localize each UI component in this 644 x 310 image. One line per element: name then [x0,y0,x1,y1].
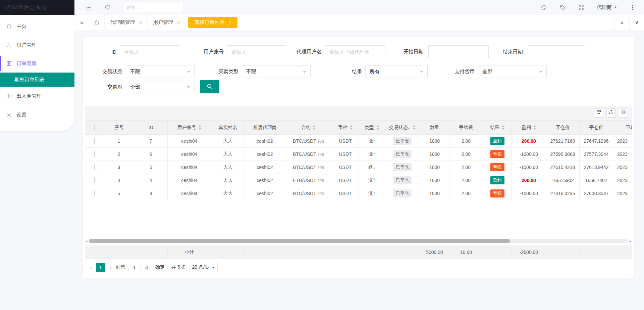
account-input[interactable] [227,45,286,58]
sort-icon[interactable] [533,125,536,130]
row-checkbox[interactable] [94,190,95,196]
agent-input[interactable] [325,45,385,58]
summary-empty-cell [385,246,420,259]
cell-agent: ceshi02 [245,161,285,174]
sidebar-item-user-management[interactable]: 用户管理 [0,36,74,54]
col-header-account[interactable]: 用户账号 [168,121,211,135]
filter-id: ID [83,45,180,58]
cell-checkbox[interactable] [85,135,104,148]
sort-icon[interactable] [502,125,504,130]
col-header-profit[interactable]: 盈利 [512,121,546,135]
page-number-button[interactable]: 1 [96,263,105,272]
close-icon[interactable]: × [139,20,142,25]
search-button[interactable] [200,80,219,93]
summary-row: 小计5000.0010.00-2600.00 [85,246,632,259]
sort-icon[interactable] [199,125,201,130]
col-header-status[interactable]: 交易状态.. [385,121,420,135]
tab-home-icon[interactable] [89,15,105,30]
orders-table: 序号ID用户账号真实姓名所属代理商合约币种类型交易状态..数量手续费结果盈利开仓… [85,120,632,200]
tab-agent-management[interactable]: 代理商管理 × [105,15,148,30]
filter-trade-status: 交易状态 不限 [83,65,195,78]
page-size-select[interactable]: 20 条/页 [189,263,218,272]
row-checkbox[interactable] [94,138,95,144]
col-header-coin[interactable]: 币种 [332,121,359,135]
close-icon[interactable]: × [177,20,180,25]
table-row: 17ceshi04大大ceshi02BTC/USDT-90SUSDT涨↑已平仓1… [85,135,632,148]
scroll-right-icon[interactable]: ► [629,239,632,243]
cell-realname: 大大 [211,187,245,200]
tag-icon[interactable] [559,4,566,11]
summary-empty-cell [104,246,134,259]
sidebar-item-order-management[interactable]: 订单管理 [0,54,74,73]
select-all-checkbox[interactable] [94,125,95,131]
summary-qty: 5000.00 [420,246,449,259]
result-select[interactable]: 所有 [365,65,428,78]
sort-icon[interactable] [350,125,353,130]
start-date-input[interactable] [428,45,489,58]
sort-icon[interactable] [413,125,416,130]
funds-icon [6,93,12,99]
goto-page-input[interactable] [128,263,141,272]
cell-type: 跌↓ [359,161,385,174]
cell-fee: 2.00 [449,161,483,174]
tab-option-orders[interactable]: 期权订单列表 × [188,17,237,28]
confirm-button[interactable]: 确定 [152,263,168,272]
profit-value: 200.00 [522,138,536,144]
trade-type-select[interactable]: 不限 [242,65,311,78]
cell-checkbox[interactable] [85,148,104,161]
cell-checkbox[interactable] [85,187,104,200]
row-checkbox[interactable] [94,164,95,170]
id-input[interactable] [120,45,180,58]
cell-open_price: 27590.3888 [546,148,580,161]
pair-select[interactable]: 全部 [126,81,195,93]
prev-page-icon[interactable]: ‹ [88,264,93,271]
table-toolbar [85,106,632,120]
next-page-icon[interactable]: › [108,264,113,271]
tabbar: « 代理商管理 × 用户管理 × 期权订单列表 × » ∨ [74,15,644,30]
profit-value: -1000.00 [520,165,538,170]
tabs-menu-icon[interactable]: ∨ [629,15,644,30]
tabs-scroll-right-icon[interactable]: » [614,15,629,30]
cell-checkbox[interactable] [85,161,104,174]
columns-filter-button[interactable] [594,108,603,118]
col-header-contract[interactable]: 合约 [285,121,332,135]
sidebar-item-funds-management[interactable]: 出入金管理 [0,87,74,105]
theme-palette-icon[interactable] [541,4,547,11]
search-input[interactable] [123,3,183,12]
tabs-scroll-left-icon[interactable]: « [74,15,89,30]
user-menu[interactable]: 代理商 ▼ [597,4,617,11]
summary-empty-cell [483,246,512,259]
cell-coin: USDT [332,174,359,187]
fullscreen-icon[interactable] [578,4,584,10]
sort-icon[interactable] [313,125,316,130]
tab-user-management[interactable]: 用户管理 × [148,15,185,30]
collapse-sidebar-icon[interactable] [85,4,92,11]
row-checkbox[interactable] [94,151,95,157]
cell-fee: 2.00 [449,135,483,148]
more-menu-icon[interactable]: ⋮ [630,4,635,11]
close-icon[interactable]: × [228,20,231,25]
refresh-icon[interactable] [104,4,110,10]
sort-icon[interactable] [376,125,379,130]
sidebar-item-settings[interactable]: 设置 [0,105,74,124]
trade-status-select[interactable]: 不限 [126,65,195,78]
scroll-left-icon[interactable]: ◄ [85,239,88,243]
pay-coin-select[interactable]: 全部 [478,65,547,78]
col-header-result[interactable]: 结果 [483,121,512,135]
cell-result: 盈利 [483,135,512,148]
export-button[interactable] [606,108,615,118]
home-icon [6,23,12,29]
scrollbar-thumb[interactable] [89,239,510,243]
summary-empty-cell [134,246,168,259]
cell-checkbox[interactable] [85,174,104,187]
cell-contract: BTC/USDT-90S [285,135,332,148]
sidebar-item-home[interactable]: 主页 [0,17,74,36]
col-header-checkbox[interactable] [85,121,104,135]
print-button[interactable] [619,108,628,118]
col-header-type[interactable]: 类型 [359,121,385,135]
cell-close_price: 27600.3547 [580,187,613,200]
row-checkbox[interactable] [94,177,95,183]
end-date-input[interactable] [528,45,585,58]
sidebar-item-option-order-list[interactable]: 期权订单列表 [0,73,74,87]
cell-coin: USDT [332,161,359,174]
